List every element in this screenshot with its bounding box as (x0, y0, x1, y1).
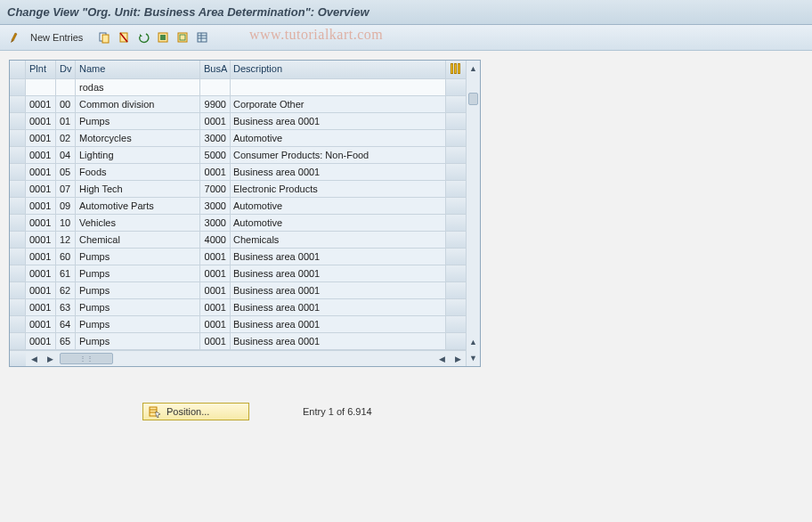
cell-name[interactable]: Lighting (76, 147, 200, 163)
row-selector[interactable] (10, 181, 26, 197)
scroll-left-end-icon[interactable]: ◀ (434, 355, 450, 363)
cell-dv[interactable]: 07 (56, 181, 76, 197)
delete-icon[interactable] (115, 29, 133, 46)
cell-plnt[interactable]: 0001 (26, 282, 56, 298)
table-row[interactable]: 000112Chemical4000Chemicals (10, 232, 466, 249)
filter-busa[interactable] (200, 79, 231, 95)
cell-plnt[interactable]: 0001 (26, 164, 56, 180)
table-row[interactable]: 000162Pumps0001Business area 0001 (10, 282, 466, 299)
undo-icon[interactable] (134, 29, 152, 46)
copy-icon[interactable] (95, 29, 113, 46)
cell-plnt[interactable]: 0001 (26, 333, 56, 349)
cell-name[interactable]: Pumps (76, 333, 200, 349)
cell-busa[interactable]: 0001 (200, 316, 231, 332)
cell-busa[interactable]: 9900 (200, 96, 231, 112)
col-header-dv[interactable]: Dv (56, 61, 76, 78)
cell-dv[interactable]: 10 (56, 215, 76, 231)
scroll-right-icon[interactable]: ▶ (42, 355, 58, 363)
cell-dv[interactable]: 04 (56, 147, 76, 163)
row-selector[interactable] (10, 96, 26, 112)
table-row[interactable]: 000109Automotive Parts3000Automotive (10, 198, 466, 215)
cell-plnt[interactable]: 0001 (26, 232, 56, 248)
row-selector[interactable] (10, 282, 26, 298)
cell-busa[interactable]: 0001 (200, 299, 231, 315)
select-all-icon[interactable] (154, 29, 172, 46)
cell-plnt[interactable]: 0001 (26, 130, 56, 146)
vscroll-thumb[interactable] (468, 93, 478, 105)
row-selector[interactable] (10, 265, 26, 281)
row-selector[interactable] (10, 232, 26, 248)
cell-desc[interactable]: Chemicals (231, 232, 446, 248)
cell-desc[interactable]: Automotive (231, 130, 446, 146)
col-header-plnt[interactable]: Plnt (26, 61, 56, 78)
cell-plnt[interactable]: 0001 (26, 198, 56, 214)
cell-name[interactable]: Foods (76, 164, 200, 180)
cell-busa[interactable]: 0001 (200, 249, 231, 265)
cell-name[interactable]: Chemical (76, 232, 200, 248)
row-selector[interactable] (10, 333, 26, 349)
col-header-desc[interactable]: Description (231, 61, 446, 78)
cell-name[interactable]: Automotive Parts (76, 198, 200, 214)
cell-busa[interactable]: 3000 (200, 198, 231, 214)
cell-busa[interactable]: 0001 (200, 265, 231, 281)
cell-dv[interactable]: 01 (56, 113, 76, 129)
hscroll-thumb[interactable]: ⋮⋮ (60, 353, 113, 364)
scroll-right-end-icon[interactable]: ▶ (450, 355, 466, 363)
row-selector[interactable] (10, 198, 26, 214)
cell-name[interactable]: Pumps (76, 316, 200, 332)
cell-desc[interactable]: Automotive (231, 215, 446, 231)
cell-desc[interactable]: Consumer Products: Non-Food (231, 147, 446, 163)
row-selector[interactable] (10, 147, 26, 163)
cell-desc[interactable]: Automotive (231, 198, 446, 214)
table-row[interactable]: 000105Foods0001Business area 0001 (10, 164, 466, 181)
cell-desc[interactable]: Business area 0001 (231, 316, 446, 332)
col-header-busa[interactable]: BusA (200, 61, 231, 78)
new-entries-button[interactable]: New Entries (27, 30, 90, 45)
row-selector[interactable] (10, 79, 26, 95)
cell-name[interactable]: Pumps (76, 282, 200, 298)
cell-plnt[interactable]: 0001 (26, 181, 56, 197)
table-row[interactable]: 000163Pumps0001Business area 0001 (10, 299, 466, 316)
table-row[interactable]: 000160Pumps0001Business area 0001 (10, 249, 466, 265)
cell-dv[interactable]: 09 (56, 198, 76, 214)
filter-dv[interactable] (56, 79, 76, 95)
cell-desc[interactable]: Business area 0001 (231, 249, 446, 265)
filter-desc[interactable] (231, 79, 446, 95)
row-selector[interactable] (10, 249, 26, 265)
cell-desc[interactable]: Electronic Products (231, 181, 446, 197)
scroll-up-alt-icon[interactable]: ▲ (467, 334, 480, 350)
cell-busa[interactable]: 7000 (200, 181, 231, 197)
row-selector[interactable] (10, 215, 26, 231)
cell-desc[interactable]: Business area 0001 (231, 299, 446, 315)
table-row[interactable]: 000161Pumps0001Business area 0001 (10, 265, 466, 282)
cell-desc[interactable]: Business area 0001 (231, 282, 446, 298)
cell-busa[interactable]: 0001 (200, 113, 231, 129)
cell-plnt[interactable]: 0001 (26, 147, 56, 163)
cell-name[interactable]: Vehicles (76, 215, 200, 231)
cell-name[interactable]: Pumps (76, 113, 200, 129)
scroll-down-icon[interactable]: ▼ (467, 350, 480, 366)
scroll-up-icon[interactable]: ▲ (467, 61, 480, 77)
cell-dv[interactable]: 65 (56, 333, 76, 349)
table-row[interactable]: 000100Common division9900Corporate Other (10, 96, 466, 113)
cell-desc[interactable]: Business area 0001 (231, 164, 446, 180)
cell-busa[interactable]: 3000 (200, 130, 231, 146)
table-row[interactable]: 000104Lighting5000Consumer Products: Non… (10, 147, 466, 164)
cell-plnt[interactable]: 0001 (26, 215, 56, 231)
cell-plnt[interactable]: 0001 (26, 249, 56, 265)
row-selector[interactable] (10, 316, 26, 332)
table-settings-icon[interactable] (193, 29, 211, 46)
filter-plnt[interactable] (26, 79, 56, 95)
filter-name[interactable] (76, 79, 200, 95)
vscroll-track[interactable] (467, 77, 480, 334)
cell-busa[interactable]: 0001 (200, 282, 231, 298)
cell-plnt[interactable]: 0001 (26, 299, 56, 315)
cell-name[interactable]: High Tech (76, 181, 200, 197)
cell-dv[interactable]: 12 (56, 232, 76, 248)
position-button[interactable]: Position... (142, 403, 249, 420)
cell-dv[interactable]: 64 (56, 316, 76, 332)
cell-dv[interactable]: 00 (56, 96, 76, 112)
filter-name-input[interactable] (79, 82, 196, 93)
cell-desc[interactable]: Business area 0001 (231, 113, 446, 129)
row-selector[interactable] (10, 299, 26, 315)
